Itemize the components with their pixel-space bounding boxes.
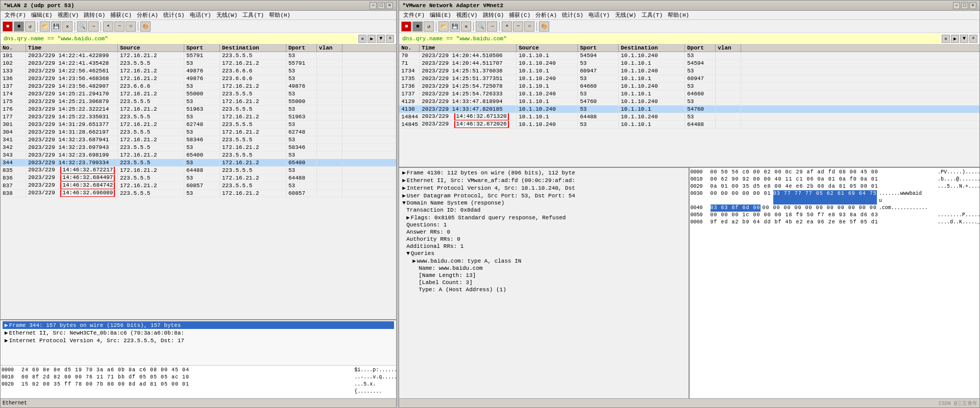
menu-view-left[interactable]: 视图(V) bbox=[56, 11, 81, 19]
table-row[interactable]: 102 2023/229 14:22:41.435428 223.5.5.5 5… bbox=[1, 60, 396, 67]
menu-file-left[interactable]: 文件(F) bbox=[3, 11, 28, 19]
menu-tools-left[interactable]: 工具(T) bbox=[240, 11, 266, 19]
right-close-file-btn[interactable]: ✕ bbox=[461, 21, 471, 32]
left-minimize-btn[interactable]: − bbox=[370, 2, 377, 9]
table-row[interactable]: 343 2023/229 14:32:23.698199 172.16.21.2… bbox=[1, 151, 396, 159]
menu-phone-left[interactable]: 电话(Y) bbox=[188, 11, 213, 19]
menu-analyze-left[interactable]: 分析(A) bbox=[135, 11, 160, 19]
right-zoom-reset-btn[interactable]: ○ bbox=[524, 21, 534, 32]
detail-answer[interactable]: Answer RRs: 0 bbox=[400, 228, 687, 236]
left-filter-arrow-btn[interactable]: ▼ bbox=[377, 35, 385, 43]
table-row[interactable]: 14845 2023/229 14:46:32.672026 10.1.10.2… bbox=[399, 121, 979, 129]
table-row[interactable]: 137 2023/229 14:23:56.482907 223.6.6.6 5… bbox=[1, 83, 396, 90]
right-find-btn[interactable]: 🔍 bbox=[476, 21, 486, 32]
zoom-reset-btn[interactable]: ○ bbox=[126, 21, 136, 32]
menu-stats-right[interactable]: 统计(S) bbox=[560, 11, 585, 19]
detail-queries[interactable]: ▼ Queries bbox=[400, 250, 687, 257]
save-btn[interactable]: 💾 bbox=[51, 21, 61, 32]
menu-capture-left[interactable]: 捕获(C) bbox=[108, 11, 134, 19]
detail-type[interactable]: Type: A (Host Address) (1) bbox=[400, 286, 687, 293]
table-row[interactable]: 341 2023/229 14:32:23.687941 172.16.21.2… bbox=[1, 136, 396, 144]
right-maximize-btn[interactable]: □ bbox=[961, 2, 968, 9]
right-zoom-out-btn[interactable]: − bbox=[513, 21, 523, 32]
left-filter-apply-btn[interactable]: ▶ bbox=[368, 35, 376, 43]
menu-edit-left[interactable]: 编辑(E) bbox=[29, 11, 55, 19]
left-filter-clear-btn[interactable]: ✕ bbox=[358, 35, 366, 43]
right-goto-btn[interactable]: → bbox=[487, 21, 497, 32]
menu-view-right[interactable]: 视图(V) bbox=[454, 11, 480, 19]
find-btn[interactable]: 🔍 bbox=[77, 21, 87, 32]
left-filter-input[interactable] bbox=[3, 34, 357, 43]
menu-wireless-right[interactable]: 无线(W) bbox=[613, 11, 639, 19]
table-row[interactable]: 4129 2023/229 14:33:47.818994 10.1.10.1 … bbox=[399, 98, 979, 106]
table-row[interactable]: 177 2023/229 14:25:22.335031 223.5.5.5 5… bbox=[1, 113, 396, 121]
detail-questions[interactable]: Questions: 1 bbox=[400, 221, 687, 228]
menu-tools-right[interactable]: 工具(T) bbox=[640, 11, 665, 19]
detail-labelcount[interactable]: [Label Count: 3] bbox=[400, 279, 687, 286]
right-start-btn[interactable]: ■ bbox=[401, 21, 411, 32]
open-btn[interactable]: 📂 bbox=[40, 21, 50, 32]
detail-ethernet[interactable]: ▶ Ethernet II, Src: VMware_af:ad:fd (00:… bbox=[400, 176, 687, 184]
menu-help-right[interactable]: 帮助(H) bbox=[666, 11, 691, 19]
zoom-out-btn[interactable]: − bbox=[114, 21, 125, 32]
detail-item-frame[interactable]: ▶ Frame 344: 157 bytes on wire (1256 bit… bbox=[3, 321, 394, 329]
table-row[interactable]: 304 2023/229 14:31:28.662197 223.5.5.5 5… bbox=[1, 129, 396, 136]
table-row[interactable]: 1736 2023/229 14:25:54.725078 10.1.10.1 … bbox=[399, 83, 979, 90]
table-row-selected[interactable]: ▶ 344 2023/229 14:32:23.709334 223.5.5.5… bbox=[1, 159, 396, 167]
right-open-btn[interactable]: 📂 bbox=[438, 21, 449, 32]
table-row[interactable]: 14844 2023/229 14:46:32.671320 10.1.10.1… bbox=[399, 113, 979, 121]
table-row[interactable]: 136 2023/229 14:23:56.468368 172.16.21.2… bbox=[1, 75, 396, 83]
close-btn[interactable]: ✕ bbox=[62, 21, 72, 32]
left-close-btn[interactable]: × bbox=[386, 2, 393, 9]
restart-capture-btn[interactable]: ↺ bbox=[25, 21, 35, 32]
menu-phone-right[interactable]: 电话(Y) bbox=[586, 11, 612, 19]
table-row[interactable]: 838 2023/229 14:46:32.696089 223.5.5.5 5… bbox=[1, 190, 396, 197]
menu-stats-left[interactable]: 统计(S) bbox=[161, 11, 187, 19]
table-row[interactable]: 836 2023/229 14:46:32.684497 223.5.5.5 5… bbox=[1, 174, 396, 182]
stop-capture-btn[interactable]: ■ bbox=[14, 21, 24, 32]
detail-name[interactable]: Name: www.baidu.com bbox=[400, 265, 687, 272]
right-filter-apply-btn[interactable]: ▶ bbox=[951, 35, 959, 43]
menu-wireless-left[interactable]: 无线(W) bbox=[214, 11, 240, 19]
left-maximize-btn[interactable]: □ bbox=[378, 2, 385, 9]
table-row[interactable]: 101 2023/229 14:22:41.422899 172.16.21.2… bbox=[1, 52, 396, 60]
detail-additional[interactable]: Additional RRs: 1 bbox=[400, 243, 687, 250]
right-save-btn[interactable]: 💾 bbox=[450, 21, 460, 32]
right-minimize-btn[interactable]: − bbox=[953, 2, 960, 9]
detail-ip[interactable]: ▶ Internet Protocol Version 4, Src: 10.1… bbox=[400, 184, 687, 192]
table-row[interactable]: 174 2023/229 14:25:21.294170 172.16.21.2… bbox=[1, 90, 396, 98]
right-close-btn[interactable]: × bbox=[969, 2, 976, 9]
table-row-selected-right[interactable]: ▶ 4130 2023/229 14:33:47.820185 10.1.10.… bbox=[399, 106, 979, 113]
detail-dns[interactable]: ▼ Domain Name System (response) bbox=[400, 199, 687, 207]
left-filter-plus-btn[interactable]: + bbox=[386, 35, 394, 43]
table-row[interactable]: 342 2023/229 14:32:23.697943 223.5.5.5 5… bbox=[1, 144, 396, 151]
right-stop-btn[interactable]: ■ bbox=[412, 21, 423, 32]
menu-goto-left[interactable]: 跳转(G) bbox=[82, 11, 107, 19]
right-filter-clear-btn[interactable]: ✕ bbox=[942, 35, 950, 43]
table-row[interactable]: 835 2023/229 14:46:32.672217 172.16.21.2… bbox=[1, 167, 396, 174]
goto-btn[interactable]: → bbox=[88, 21, 99, 32]
right-zoom-in-btn[interactable]: + bbox=[502, 21, 512, 32]
right-filter-plus-btn[interactable]: + bbox=[969, 35, 977, 43]
detail-frame[interactable]: ▶ Frame 4130: 112 bytes on wire (896 bit… bbox=[400, 169, 687, 176]
table-row[interactable]: 70 2023/229 14:20:44.510506 10.1.10.1 54… bbox=[399, 52, 979, 60]
table-row[interactable]: 1734 2023/229 14:25:51.376038 10.1.10.1 … bbox=[399, 67, 979, 75]
table-row[interactable]: 837 2023/229 14:46:32.684742 172.16.21.2… bbox=[1, 182, 396, 190]
zoom-in-btn[interactable]: + bbox=[103, 21, 113, 32]
table-row[interactable]: 1737 2023/229 14:25:54.726333 10.1.10.24… bbox=[399, 90, 979, 98]
start-capture-btn[interactable]: ■ bbox=[3, 21, 13, 32]
detail-query-item[interactable]: ▶ www.baidu.com: type A, class IN bbox=[400, 257, 687, 265]
table-row[interactable]: 133 2023/229 14:22:56.462561 172.16.21.2… bbox=[1, 67, 396, 75]
table-row[interactable]: 175 2023/229 14:25:21.306879 223.5.5.5 5… bbox=[1, 98, 396, 106]
detail-item-ip[interactable]: ▶ Internet Protocol Version 4, Src: 223.… bbox=[3, 337, 394, 344]
detail-item-ethernet[interactable]: ▶ Ethernet II, Src: NewH3CTe_0b:8a:c6 (7… bbox=[3, 329, 394, 337]
detail-authority[interactable]: Authority RRs: 0 bbox=[400, 236, 687, 243]
menu-help-left[interactable]: 帮助(H) bbox=[267, 11, 292, 19]
menu-edit-right[interactable]: 编辑(E) bbox=[428, 11, 453, 19]
detail-udp[interactable]: ▶ User Datagram Protocol, Src Port: 53, … bbox=[400, 192, 687, 199]
right-restart-btn[interactable]: ↺ bbox=[424, 21, 434, 32]
menu-file-right[interactable]: 文件(F) bbox=[401, 11, 427, 19]
detail-namelength[interactable]: [Name Length: 13] bbox=[400, 272, 687, 279]
table-row[interactable]: 176 2023/229 14:25:22.322214 172.16.21.2… bbox=[1, 106, 396, 113]
menu-goto-right[interactable]: 跳转(G) bbox=[481, 11, 506, 19]
